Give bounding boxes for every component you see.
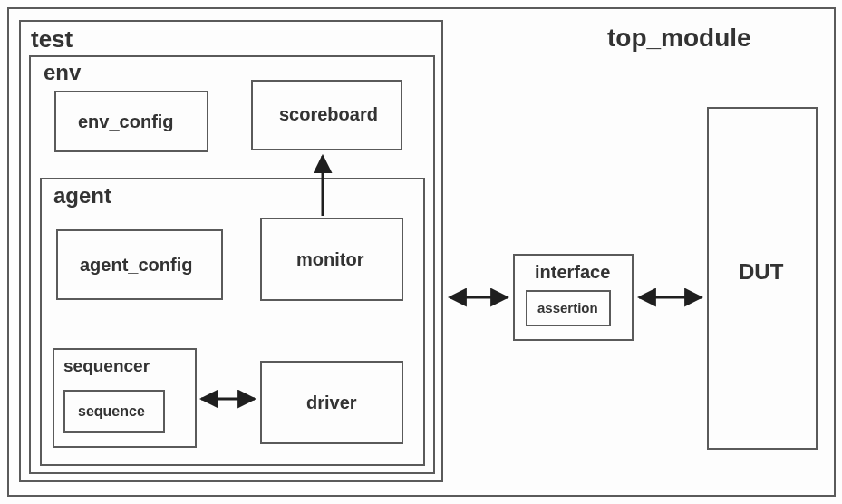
env-config-label: env_config [78, 112, 174, 131]
driver-label: driver [306, 393, 357, 412]
sequencer-label: sequencer [63, 357, 150, 374]
scoreboard-label: scoreboard [279, 105, 378, 123]
dut-label: DUT [739, 261, 783, 283]
sequence-label: sequence [78, 404, 145, 419]
agent-config-label: agent_config [80, 256, 192, 274]
interface-label: interface [535, 263, 610, 281]
test-label: test [31, 27, 73, 51]
monitor-label: monitor [296, 250, 363, 268]
top-module-label: top_module [607, 25, 751, 51]
env-label: env [44, 62, 81, 83]
uvm-diagram: top_module test env env_config scoreboar… [0, 0, 842, 504]
agent-label: agent [53, 185, 111, 207]
assertion-label: assertion [537, 301, 598, 315]
